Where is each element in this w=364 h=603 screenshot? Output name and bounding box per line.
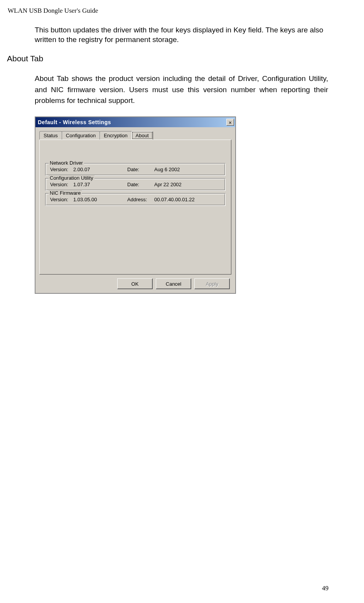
tab-panel-about: Network Driver Version: 2.00.07 Date: Au… xyxy=(39,140,231,275)
legend-config-utility: Configuration Utility xyxy=(49,175,94,181)
document-header: WLAN USB Dongle User's Guide xyxy=(8,7,98,15)
dialog-titlebar: Default - Wireless Settings ✕ xyxy=(35,117,235,127)
fieldset-config-utility: Configuration Utility Version: 1.07.37 D… xyxy=(45,178,226,191)
section-heading: About Tab xyxy=(7,54,43,63)
close-button[interactable]: ✕ xyxy=(226,119,234,126)
tab-status[interactable]: Status xyxy=(39,131,62,140)
label-address: Address: xyxy=(127,197,154,202)
ok-button[interactable]: OK xyxy=(117,278,153,289)
value-utility-date: Apr 22 2002 xyxy=(154,182,221,187)
label-version: Version: xyxy=(50,182,73,187)
fieldset-network-driver: Network Driver Version: 2.00.07 Date: Au… xyxy=(45,163,226,176)
body-paragraph-2: About Tab shows the product version incl… xyxy=(35,73,328,106)
legend-network-driver: Network Driver xyxy=(49,160,84,166)
label-version: Version: xyxy=(50,197,73,202)
value-driver-version: 2.00.07 xyxy=(73,167,127,172)
value-firmware-version: 1.03.05.00 xyxy=(73,197,127,202)
value-utility-version: 1.07.37 xyxy=(73,182,127,187)
legend-nic-firmware: NIC Firmware xyxy=(49,190,82,196)
dialog-button-row: OK Cancel Apply xyxy=(39,278,231,289)
page-number: 49 xyxy=(322,584,329,592)
value-firmware-address: 00.07.40.00.01.22 xyxy=(154,197,221,202)
label-version: Version: xyxy=(50,167,73,172)
apply-button: Apply xyxy=(194,278,230,289)
label-date: Date: xyxy=(127,167,154,172)
dialog-title: Default - Wireless Settings xyxy=(37,119,111,125)
body-paragraph-1: This button updates the driver with the … xyxy=(35,25,328,44)
fieldset-nic-firmware: NIC Firmware Version: 1.03.05.00 Address… xyxy=(45,193,226,206)
tab-encryption[interactable]: Encryption xyxy=(99,131,131,140)
wireless-settings-dialog: Default - Wireless Settings ✕ Status Con… xyxy=(35,116,236,294)
close-icon: ✕ xyxy=(229,120,232,125)
label-date: Date: xyxy=(127,182,154,187)
tab-configuration[interactable]: Configuration xyxy=(62,131,100,140)
value-driver-date: Aug 6 2002 xyxy=(154,167,221,172)
tab-row: Status Configuration Encryption About xyxy=(39,131,231,140)
cancel-button[interactable]: Cancel xyxy=(156,278,191,289)
tab-about[interactable]: About xyxy=(131,131,153,140)
